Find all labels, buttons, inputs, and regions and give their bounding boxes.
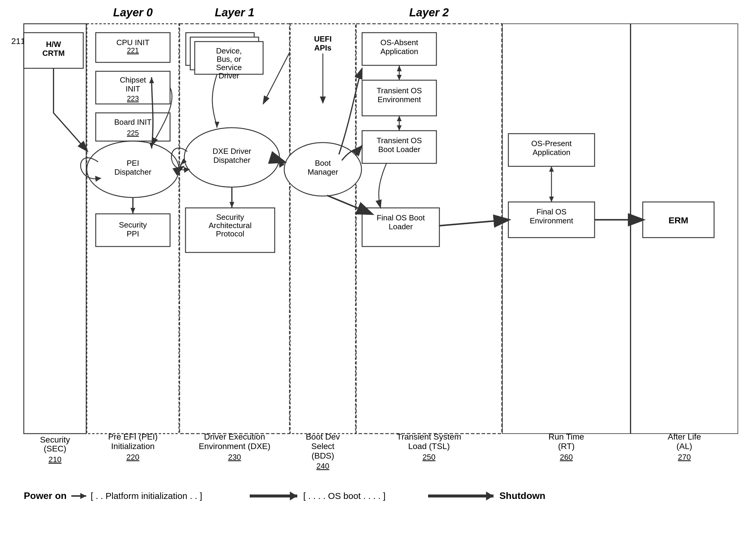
os-absent-label2: Application <box>380 47 418 56</box>
security-ppi-label2: PPI <box>127 229 139 238</box>
platform-init-label: [ . . Platform initialization . . ] <box>91 491 202 501</box>
rt-footer2: (RT) <box>558 442 574 451</box>
final-os-boot-label2: Loader <box>389 222 413 231</box>
al-ref: 270 <box>678 453 690 462</box>
rt-footer: Run Time <box>549 432 584 441</box>
bds-ref: 240 <box>316 462 329 470</box>
device-bus-label: Device, <box>216 46 242 55</box>
os-absent-label: OS-Absent <box>380 38 418 47</box>
board-init-ref: 225 <box>127 129 139 137</box>
uefi-apis-label: UEFI <box>314 35 332 43</box>
os-present-label: OS-Present <box>531 139 572 148</box>
pei-footer: Pre EFI (PEI) <box>108 432 158 441</box>
security-ppi-label: Security <box>119 220 147 229</box>
bds-footer2: Select <box>311 442 335 451</box>
dxe-dispatcher-label2: Dispatcher <box>213 156 251 165</box>
boot-manager-label: Boot <box>315 159 331 167</box>
final-os-boot-label: Final OS Boot <box>377 213 425 222</box>
sec-arch-proto-label: Security <box>216 213 244 221</box>
cpu-init-label: CPU INIT <box>116 38 149 47</box>
bds-footer: Boot Dev <box>306 432 340 441</box>
transient-os-boot-label2: Boot Loader <box>378 145 420 154</box>
diagram-container: Layer 0 Layer 1 Layer 2 UEFI APIs 211— H… <box>0 0 756 534</box>
device-bus-label2: Bus, or <box>217 55 241 64</box>
final-os-env-label: Final OS <box>536 207 566 216</box>
dxe-ref: 230 <box>228 453 241 462</box>
rt-ref: 260 <box>560 453 573 462</box>
sec-footer2: (SEC) <box>44 444 66 453</box>
al-footer2: (AL) <box>677 442 692 451</box>
dxe-footer2: Environment (DXE) <box>199 442 270 451</box>
sec-ref: 210 <box>48 455 61 464</box>
cpu-init-ref: 221 <box>127 46 139 54</box>
uefi-apis-label2: APIs <box>314 43 332 52</box>
svg-marker-59 <box>486 492 494 500</box>
chipset-init-label2: INIT <box>125 84 140 93</box>
os-present-label2: Application <box>532 148 570 157</box>
sec-arch-proto-label2: Architectural <box>209 221 252 230</box>
transient-os-boot-label: Transient OS <box>377 136 422 145</box>
hw-crtm-label2: CRTM <box>42 49 65 58</box>
tsl-footer2: Load (TSL) <box>408 442 450 451</box>
pei-footer2: Initialization <box>111 442 154 451</box>
device-bus-label3: Service <box>216 63 242 72</box>
boot-manager-label2: Manager <box>308 167 338 176</box>
erm-label: ERM <box>669 215 688 225</box>
power-on-label: Power on <box>24 490 67 501</box>
layer1-label: Layer 1 <box>215 6 254 19</box>
pei-ref: 220 <box>126 453 139 462</box>
dxe-footer: Driver Execution <box>204 432 265 441</box>
tsl-ref: 250 <box>422 453 435 462</box>
transient-os-env-label: Transient OS <box>377 86 422 95</box>
svg-marker-57 <box>290 492 297 500</box>
os-boot-label: [ . . . . OS boot . . . . ] <box>303 491 386 501</box>
dxe-dispatcher-label: DXE Driver <box>213 147 251 156</box>
chipset-init-label: Chipset <box>120 75 146 84</box>
board-init-label: Board INIT <box>114 117 151 127</box>
layer0-label: Layer 0 <box>113 6 152 19</box>
svg-rect-0 <box>24 24 86 434</box>
layer2-label: Layer 2 <box>409 6 448 19</box>
main-svg: Layer 0 Layer 1 Layer 2 UEFI APIs 211— H… <box>0 0 756 534</box>
chipset-init-ref: 223 <box>127 94 139 102</box>
pei-dispatcher-label: PEI <box>127 159 139 167</box>
sec-footer: Security <box>40 435 70 444</box>
svg-marker-55 <box>80 493 86 499</box>
tsl-footer: Transient System <box>397 432 461 441</box>
shutdown-label: Shutdown <box>500 490 546 501</box>
pei-dispatcher-label2: Dispatcher <box>115 167 151 176</box>
al-footer: After Life <box>668 432 701 441</box>
device-bus-label4: Driver <box>219 71 239 80</box>
final-os-env-label2: Environment <box>530 216 574 225</box>
sec-arch-proto-label3: Protocol <box>216 229 244 238</box>
hw-crtm-label: H/W <box>46 40 61 49</box>
bds-footer3: (BDS) <box>311 451 334 460</box>
transient-os-env-label2: Environment <box>378 95 421 104</box>
